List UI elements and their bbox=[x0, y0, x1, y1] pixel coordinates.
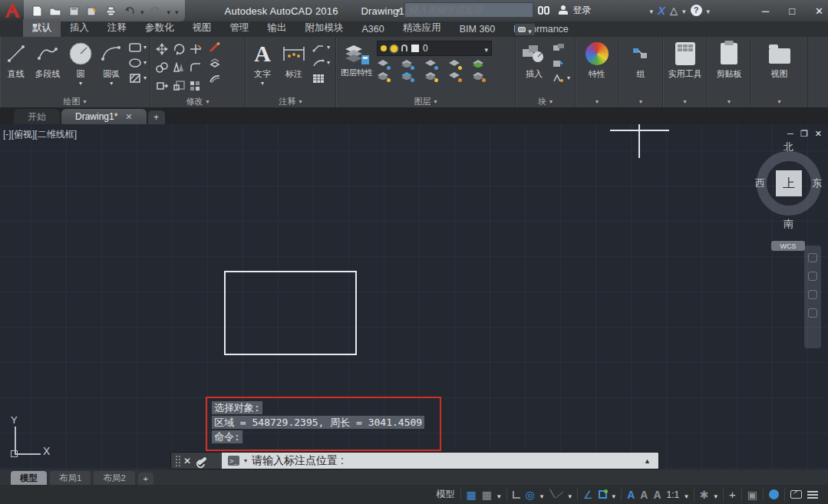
erase-icon[interactable] bbox=[208, 41, 222, 54]
open-file-icon[interactable] bbox=[48, 5, 62, 17]
insert-tool[interactable]: 插入 bbox=[519, 39, 549, 80]
search-icon[interactable] bbox=[538, 6, 549, 15]
panel-draw-title[interactable]: 绘图 bbox=[0, 95, 150, 107]
viewcube-east[interactable]: 东 bbox=[812, 176, 822, 190]
layer-select-dropdown-icon[interactable] bbox=[484, 41, 488, 55]
annotation-visibility-icon[interactable]: A bbox=[627, 489, 635, 500]
offset-icon[interactable] bbox=[208, 72, 222, 84]
file-tab-drawing1[interactable]: Drawing1* ✕ bbox=[61, 109, 147, 124]
polar-tracking-icon[interactable]: ◎ bbox=[526, 489, 535, 500]
zoom-icon[interactable] bbox=[808, 290, 817, 299]
isolate-objects-icon[interactable]: ▣ bbox=[747, 489, 757, 500]
ortho-icon[interactable] bbox=[513, 491, 520, 499]
layout-tab-model[interactable]: 模型 bbox=[11, 471, 47, 485]
hatch-dropdown-icon[interactable]: ▾ bbox=[143, 76, 147, 81]
mirror-icon[interactable] bbox=[170, 59, 187, 76]
command-close-icon[interactable]: ✕ bbox=[183, 456, 191, 466]
new-file-icon[interactable] bbox=[30, 5, 44, 17]
customize-wrench-icon[interactable] bbox=[197, 456, 207, 465]
leader-dropdown-icon[interactable]: ▾ bbox=[327, 45, 330, 50]
search-collapse-icon[interactable]: ◂ bbox=[396, 6, 400, 14]
hardware-acceleration-icon[interactable] bbox=[769, 489, 779, 499]
exchange-apps-icon[interactable]: X bbox=[658, 4, 665, 17]
table-icon[interactable] bbox=[312, 72, 325, 84]
viewcube-south[interactable]: 南 bbox=[783, 217, 793, 231]
undo-dropdown-icon[interactable] bbox=[140, 4, 144, 18]
line-tool[interactable]: 直线 bbox=[3, 39, 28, 80]
a360-dropdown-icon[interactable] bbox=[682, 3, 686, 17]
tab-view[interactable]: 视图 bbox=[183, 19, 221, 37]
layer-freeze-icon[interactable] bbox=[424, 59, 437, 69]
circle-dropdown-icon[interactable]: ▾ bbox=[79, 81, 82, 86]
navigation-bar[interactable] bbox=[804, 245, 821, 348]
layer-on-all-icon[interactable] bbox=[377, 71, 390, 81]
dimension-tool[interactable]: 标注 bbox=[279, 39, 309, 80]
file-tab-close-icon[interactable]: ✕ bbox=[125, 112, 132, 122]
circle-tool[interactable]: 圆 ▾ bbox=[66, 39, 94, 86]
tab-insert[interactable]: 插入 bbox=[61, 19, 98, 37]
layer-match-icon[interactable] bbox=[472, 71, 485, 81]
minimize-button[interactable]: ─ bbox=[762, 5, 769, 17]
create-block-icon[interactable] bbox=[552, 41, 566, 54]
layer-unlock-all-icon[interactable] bbox=[448, 71, 461, 81]
sign-in-group[interactable]: 登录 bbox=[559, 4, 592, 17]
panel-annotation-title[interactable]: 注释 bbox=[246, 95, 335, 107]
viewcube[interactable]: 北 西 东 南 上 bbox=[750, 143, 827, 236]
signin-dropdown-icon[interactable] bbox=[650, 3, 654, 17]
sign-in-label[interactable]: 登录 bbox=[573, 4, 592, 17]
search-input[interactable] bbox=[404, 2, 533, 18]
ellipse-icon[interactable] bbox=[128, 57, 142, 69]
layer-select[interactable]: 0 bbox=[377, 41, 492, 56]
stretch-icon[interactable] bbox=[153, 77, 170, 94]
hatch-icon[interactable] bbox=[128, 72, 142, 84]
layer-isolate-icon[interactable] bbox=[401, 59, 414, 69]
layout-tab-layout1[interactable]: 布局1 bbox=[50, 471, 91, 485]
tab-addins[interactable]: 附加模块 bbox=[296, 19, 353, 37]
command-dock-handle[interactable]: ✕ bbox=[171, 453, 222, 469]
viewport-controls[interactable]: [-][俯视][二维线框] bbox=[3, 128, 77, 141]
tab-featured-apps[interactable]: 精选应用 bbox=[394, 19, 450, 37]
move-icon[interactable] bbox=[153, 41, 170, 58]
viewcube-west[interactable]: 西 bbox=[755, 176, 765, 190]
new-layout-button[interactable]: + bbox=[138, 473, 153, 485]
undo-icon[interactable] bbox=[122, 5, 136, 17]
polyline-tool[interactable]: 多段线 bbox=[31, 39, 64, 80]
tab-parametric[interactable]: 参数化 bbox=[136, 19, 183, 37]
redo-icon[interactable] bbox=[149, 5, 163, 17]
steering-wheel-icon[interactable] bbox=[808, 253, 817, 262]
file-tab-start[interactable]: 开始 bbox=[14, 109, 60, 124]
tab-bim360[interactable]: BIM 360 bbox=[450, 21, 505, 37]
panel-groups-expand[interactable] bbox=[619, 95, 662, 107]
utilities-tool[interactable]: 实用工具 bbox=[666, 39, 704, 80]
command-expand-icon[interactable]: ▲ bbox=[644, 457, 651, 465]
layout-tab-layout2[interactable]: 布局2 bbox=[94, 471, 134, 485]
leader-icon[interactable] bbox=[312, 41, 325, 54]
tab-a360[interactable]: A360 bbox=[353, 21, 394, 37]
tab-home[interactable]: 默认 bbox=[23, 19, 61, 37]
maximize-button[interactable]: □ bbox=[789, 5, 795, 17]
iso-dropdown-icon[interactable] bbox=[569, 488, 572, 502]
rotate-icon[interactable] bbox=[170, 41, 187, 58]
save-as-icon[interactable] bbox=[85, 5, 99, 17]
command-recent-dropdown-icon[interactable]: ▾ bbox=[244, 457, 247, 464]
annotation-scale-value[interactable]: 1:1 bbox=[667, 489, 680, 500]
isometric-drafting-icon[interactable]: ⟍⟋ bbox=[548, 487, 564, 502]
layer-off-icon[interactable] bbox=[377, 59, 390, 69]
layer-lock-icon[interactable] bbox=[448, 59, 461, 69]
workspace-dropdown-icon[interactable] bbox=[714, 488, 717, 502]
text-tool[interactable]: A 文字 ▾ bbox=[249, 39, 276, 86]
close-button[interactable]: ✕ bbox=[815, 5, 823, 17]
arc-tool[interactable]: 圆弧 ▾ bbox=[97, 39, 126, 86]
new-drawing-tab-button[interactable]: + bbox=[148, 110, 165, 124]
osnap-icon[interactable] bbox=[599, 490, 607, 499]
scale-dropdown-icon[interactable] bbox=[685, 488, 688, 502]
properties-tool[interactable]: 特性 bbox=[579, 39, 615, 80]
snap-icon[interactable]: ▦ bbox=[467, 489, 477, 500]
layer-thaw-all-icon[interactable] bbox=[401, 71, 414, 81]
copy-icon[interactable] bbox=[153, 59, 170, 76]
rectangle-icon[interactable] bbox=[128, 41, 142, 54]
panel-modify-title[interactable]: 修改 bbox=[150, 96, 245, 107]
wcs-badge[interactable]: WCS bbox=[771, 241, 805, 251]
annotation-scale-icon[interactable]: A bbox=[653, 489, 661, 500]
annotation-monitor-icon[interactable]: + bbox=[729, 488, 736, 501]
